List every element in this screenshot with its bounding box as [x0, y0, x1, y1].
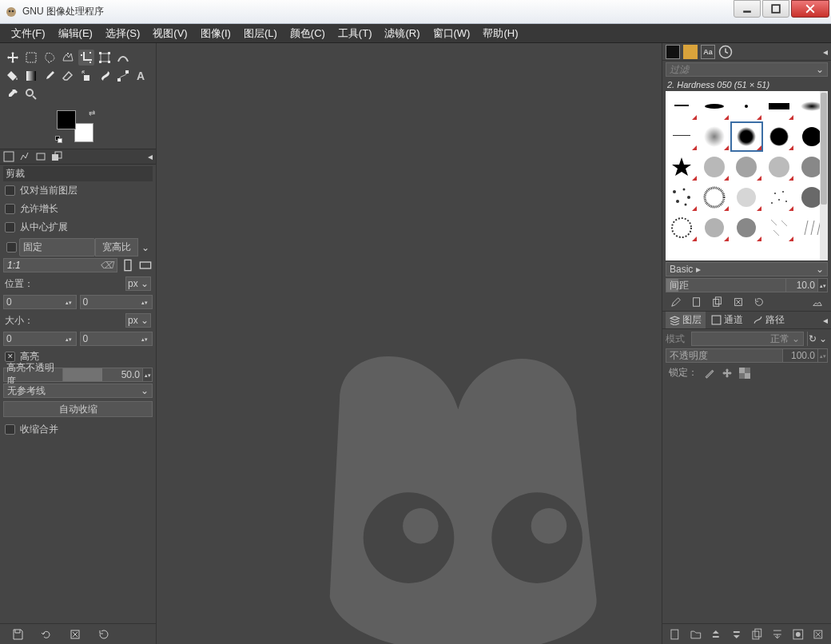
add-mask-icon[interactable] [792, 628, 805, 641]
lock-pixels-icon[interactable] [704, 368, 715, 379]
spacing-value[interactable]: 10.0 [786, 278, 818, 292]
new-brush-icon[interactable] [691, 296, 702, 308]
chevron-down-icon[interactable]: ⌄ [138, 238, 153, 256]
new-group-icon[interactable] [690, 628, 702, 641]
menu-select[interactable]: 选择(S) [99, 24, 146, 43]
brush-item[interactable] [730, 121, 763, 152]
pos-y-input[interactable]: 0▴▾ [80, 295, 153, 309]
minimize-button[interactable] [734, 0, 761, 18]
refresh-brushes-icon[interactable] [753, 296, 765, 308]
duplicate-layer-icon[interactable] [751, 628, 764, 641]
mode-reset-icon[interactable]: ↻ ⌄ [807, 332, 828, 346]
merge-down-icon[interactable] [771, 628, 784, 641]
transform-tool[interactable] [97, 50, 113, 66]
shrink-merged-checkbox[interactable] [5, 424, 15, 435]
mode-dropdown[interactable]: 正常 ⌄ [691, 332, 804, 346]
new-layer-icon[interactable] [669, 628, 682, 641]
patterns-tab-icon[interactable] [683, 45, 698, 59]
brush-item[interactable] [698, 91, 731, 121]
duplicate-brush-icon[interactable] [712, 296, 723, 308]
size-unit-dropdown[interactable]: px ⌄ [125, 313, 151, 328]
brush-item[interactable] [698, 121, 731, 152]
only-current-layer-checkbox[interactable] [5, 185, 15, 196]
document-history-tab-icon[interactable] [718, 45, 733, 59]
brush-scrollbar[interactable] [820, 91, 828, 260]
eraser-tool[interactable] [60, 68, 76, 84]
menu-tool[interactable]: 工具(T) [332, 24, 379, 43]
menu-image[interactable]: 图像(I) [194, 24, 237, 43]
fixed-dropdown[interactable]: 宽高比 [95, 238, 138, 256]
menu-view[interactable]: 视图(V) [146, 24, 193, 43]
lock-alpha-icon[interactable] [739, 368, 750, 379]
brush-preset-dropdown[interactable]: Basic ▸⌄ [666, 262, 828, 276]
rect-select-tool[interactable] [23, 50, 39, 66]
menu-windows[interactable]: 窗口(W) [427, 24, 477, 43]
opacity-spinner[interactable]: ▴▾ [818, 348, 828, 363]
brush-item[interactable] [698, 182, 731, 213]
brush-item[interactable] [763, 121, 796, 152]
background-color[interactable] [74, 123, 93, 142]
raise-layer-icon[interactable] [710, 628, 722, 641]
menu-color[interactable]: 颜色(C) [284, 24, 332, 43]
brush-item[interactable] [763, 182, 796, 213]
move-tool[interactable] [5, 50, 21, 66]
device-status-tab-icon[interactable] [19, 151, 30, 162]
expand-from-center-checkbox[interactable] [5, 222, 15, 233]
default-colors-icon[interactable] [55, 136, 63, 144]
portrait-icon[interactable] [121, 258, 135, 272]
delete-options-icon[interactable] [69, 628, 82, 641]
brush-item[interactable] [666, 182, 698, 213]
lower-layer-icon[interactable] [730, 628, 743, 641]
text-tool[interactable]: A [133, 68, 149, 84]
save-options-icon[interactable] [11, 628, 24, 641]
maximize-button[interactable] [762, 0, 789, 18]
layers-tab-menu-icon[interactable]: ◂ [823, 315, 828, 326]
brush-item[interactable] [730, 91, 763, 121]
opacity-value[interactable]: 100.0 [783, 348, 818, 363]
spacing-spinner[interactable]: ▴▾ [818, 278, 828, 292]
brush-item[interactable] [763, 213, 796, 243]
delete-brush-icon[interactable] [733, 296, 744, 308]
edit-brush-icon[interactable] [670, 296, 682, 308]
tool-options-tab-icon[interactable] [3, 151, 14, 162]
menu-help[interactable]: 帮助(H) [476, 24, 524, 43]
paintbrush-tool[interactable] [42, 68, 58, 84]
reset-options-icon[interactable] [97, 628, 110, 641]
brush-item[interactable] [666, 152, 698, 182]
position-unit-dropdown[interactable]: px ⌄ [125, 276, 151, 291]
crop-tool[interactable] [78, 50, 94, 66]
delete-layer-icon[interactable] [812, 628, 825, 641]
brushes-tab-icon[interactable] [666, 45, 680, 59]
zoom-tool[interactable] [23, 86, 39, 102]
foreground-color[interactable] [57, 110, 76, 129]
landscape-icon[interactable] [138, 258, 153, 272]
menu-file[interactable]: 文件(F) [5, 24, 52, 43]
auto-shrink-button[interactable]: 自动收缩 [3, 401, 153, 417]
smudge-tool[interactable] [97, 68, 113, 84]
channels-tab[interactable]: 通道 [707, 312, 747, 328]
menu-filter[interactable]: 滤镜(R) [378, 24, 426, 43]
images-tab-icon[interactable] [51, 151, 62, 162]
highlight-opacity-spinner[interactable]: ▴▾ [143, 368, 153, 382]
layers-tab[interactable]: 图层 [666, 312, 706, 328]
close-button[interactable] [791, 0, 829, 18]
brush-item[interactable] [666, 91, 698, 121]
size-w-input[interactable]: 0▴▾ [3, 332, 77, 346]
brush-item[interactable] [730, 213, 763, 243]
warp-tool[interactable] [115, 50, 131, 66]
brush-filter-input[interactable]: 过滤⌄ [666, 62, 828, 77]
clone-tool[interactable] [78, 68, 94, 84]
path-tool[interactable] [115, 68, 131, 84]
gradient-tool[interactable] [23, 68, 39, 84]
allow-grow-checkbox[interactable] [5, 204, 15, 214]
restore-options-icon[interactable] [40, 628, 53, 641]
brush-item[interactable] [698, 152, 731, 182]
free-select-tool[interactable] [42, 50, 58, 66]
brush-item[interactable] [730, 152, 763, 182]
paths-tab[interactable]: 路径 [749, 312, 789, 328]
brush-item[interactable] [763, 91, 796, 121]
menu-layer[interactable]: 图层(L) [237, 24, 284, 43]
fonts-tab-icon[interactable]: Aa [701, 45, 715, 59]
pos-x-input[interactable]: 0▴▾ [3, 295, 77, 309]
fuzzy-select-tool[interactable] [60, 50, 76, 66]
